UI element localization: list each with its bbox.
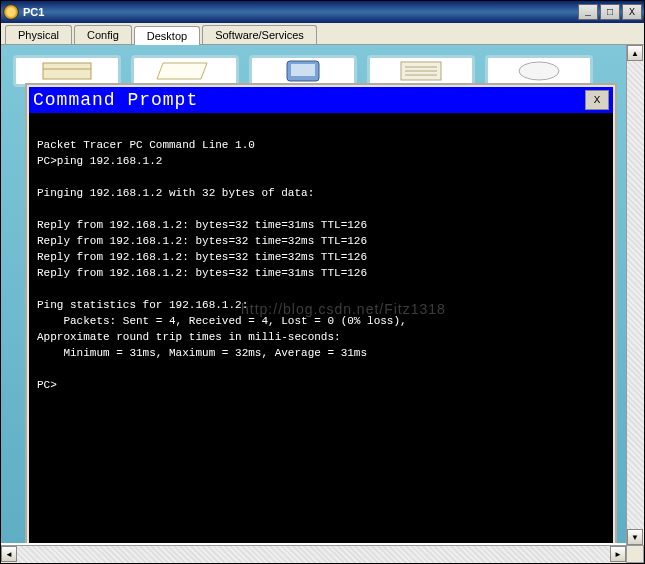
scroll-right-button[interactable]: ► <box>610 546 626 562</box>
terminal-output[interactable]: Packet Tracer PC Command Line 1.0 PC>pin… <box>29 113 613 543</box>
vertical-scrollbar[interactable]: ▲ ▼ <box>626 45 644 545</box>
window-title: PC1 <box>23 6 578 18</box>
svg-rect-3 <box>291 64 315 76</box>
maximize-button[interactable]: □ <box>600 4 620 20</box>
scroll-up-button[interactable]: ▲ <box>627 45 643 61</box>
tab-config[interactable]: Config <box>74 25 132 44</box>
command-prompt-window: Command Prompt X Packet Tracer PC Comman… <box>25 83 617 543</box>
minimize-button[interactable]: _ <box>578 4 598 20</box>
scroll-track[interactable] <box>17 546 610 563</box>
desktop-area: Command Prompt X Packet Tracer PC Comman… <box>1 45 644 543</box>
tab-software-services[interactable]: Software/Services <box>202 25 317 44</box>
scroll-corner <box>626 545 644 563</box>
command-prompt-titlebar[interactable]: Command Prompt X <box>29 87 613 113</box>
horizontal-scrollbar[interactable]: ◄ ► <box>1 545 626 563</box>
svg-rect-0 <box>43 63 91 79</box>
tab-bar: Physical Config Desktop Software/Service… <box>1 23 644 45</box>
command-prompt-title: Command Prompt <box>33 90 585 110</box>
close-button[interactable]: X <box>622 4 642 20</box>
window-titlebar: PC1 _ □ X <box>1 1 644 23</box>
command-prompt-close-button[interactable]: X <box>585 90 609 110</box>
scroll-left-button[interactable]: ◄ <box>1 546 17 562</box>
scroll-down-button[interactable]: ▼ <box>627 529 643 545</box>
tab-physical[interactable]: Physical <box>5 25 72 44</box>
svg-point-8 <box>519 62 559 80</box>
scroll-track[interactable] <box>627 61 644 529</box>
app-icon <box>3 4 19 20</box>
tab-desktop[interactable]: Desktop <box>134 26 200 45</box>
